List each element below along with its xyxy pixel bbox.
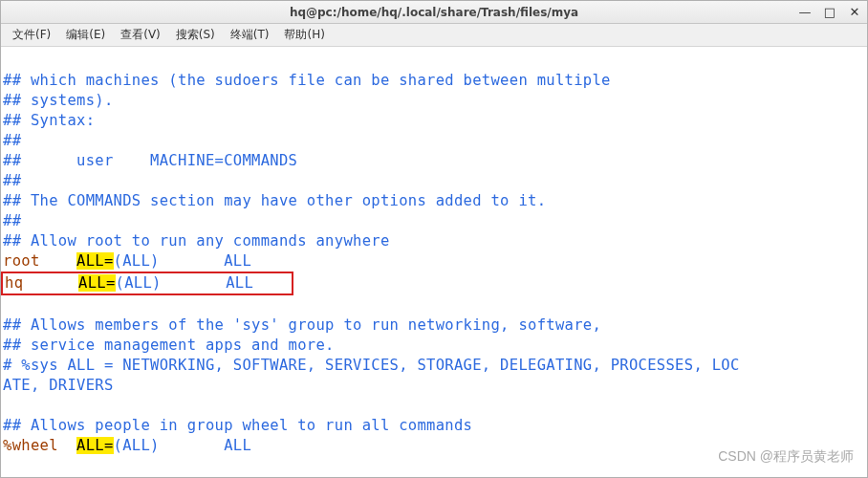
code-line: ## Allows people in group wheel to run a… [3, 417, 472, 434]
menu-view[interactable]: 查看(V) [113, 24, 168, 46]
code-line: # %sys ALL = NETWORKING, SOFTWARE, SERVI… [3, 357, 740, 374]
menu-file[interactable]: 文件(F) [5, 24, 58, 46]
watermark: CSDN @程序员黄老师 [718, 448, 854, 466]
titlebar: hq@pc:/home/hq/.local/share/Trash/files/… [1, 1, 867, 24]
code-line: ## Syntax: [3, 112, 95, 129]
code-line: ## The COMMANDS section may have other o… [3, 192, 546, 209]
code-line: ## [3, 132, 21, 149]
menu-terminal[interactable]: 终端(T) [223, 24, 277, 46]
sudoers-wheel-line: %wheel ALL=(ALL) ALL [3, 437, 251, 454]
code-line: ## service management apps and more. [3, 337, 335, 354]
menu-help[interactable]: 帮助(H) [276, 24, 332, 46]
highlight-all: ALL= [76, 252, 114, 270]
window-controls: — □ ✕ [796, 3, 863, 20]
sudoers-root-line: root ALL=(ALL) ALL [3, 252, 251, 270]
menu-edit[interactable]: 编辑(E) [58, 24, 113, 46]
code-line: ## which machines (the sudoers file can … [3, 72, 611, 89]
code-line: ## systems). [3, 92, 114, 109]
menu-search[interactable]: 搜索(S) [168, 24, 223, 46]
code-line: ## Allows members of the 'sys' group to … [3, 316, 601, 334]
user-root: root [3, 252, 76, 270]
user-hq: hq [5, 274, 78, 292]
close-button[interactable]: ✕ [846, 3, 863, 20]
code-line: ATE, DRIVERS [3, 377, 114, 394]
menubar: 文件(F) 编辑(E) 查看(V) 搜索(S) 终端(T) 帮助(H) [1, 24, 867, 47]
maximize-button[interactable]: □ [821, 3, 838, 20]
code-line: ## [3, 212, 21, 229]
highlight-all: ALL= [76, 437, 114, 454]
sudoers-hq-line-highlighted: hq ALL=(ALL) ALL [1, 272, 293, 295]
code-line: ## Allow root to run any commands anywhe… [3, 232, 390, 250]
highlight-all: ALL= [78, 274, 116, 292]
minimize-button[interactable]: — [796, 3, 814, 20]
code-line: ## [3, 172, 21, 189]
terminal-content[interactable]: ## which machines (the sudoers file can … [1, 47, 867, 478]
code-line: ## user MACHINE=COMMANDS [3, 152, 297, 169]
window-title: hq@pc:/home/hq/.local/share/Trash/files/… [290, 6, 578, 19]
user-wheel: %wheel [3, 437, 76, 454]
